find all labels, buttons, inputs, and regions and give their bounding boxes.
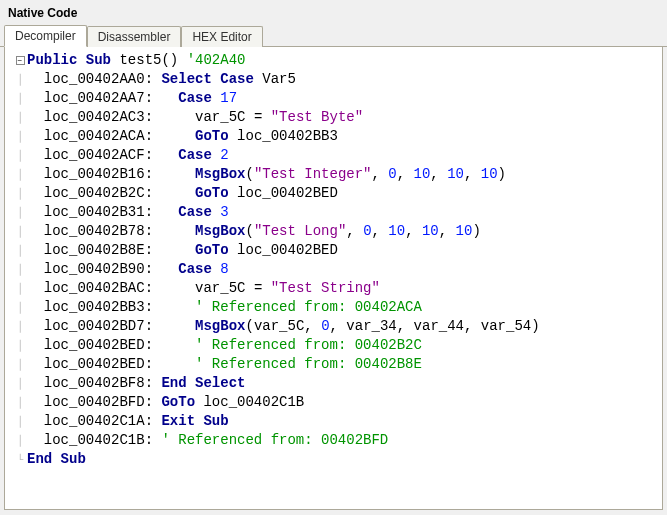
code-line[interactable]: │ loc_00402BFD: GoTo loc_00402C1B	[13, 393, 662, 412]
token-addr: loc_00402AA7:	[44, 90, 153, 106]
code-line[interactable]: │ loc_00402B16: MsgBox("Test Integer", 0…	[13, 165, 662, 184]
tree-bar-icon: │	[13, 89, 27, 108]
tree-bar-icon: │	[13, 374, 27, 393]
code-content: loc_00402BED: ' Referenced from: 00402B2…	[27, 336, 422, 355]
token-addr: loc_00402BB3:	[44, 299, 153, 315]
tab-hex-editor[interactable]: HEX Editor	[181, 26, 262, 47]
token-num: 10	[414, 166, 431, 182]
token-num: 3	[220, 204, 228, 220]
code-line[interactable]: │ loc_00402BF8: End Select	[13, 374, 662, 393]
code-content: loc_00402B2C: GoTo loc_00402BED	[27, 184, 338, 203]
token-kw: GoTo	[161, 394, 195, 410]
code-line[interactable]: │ loc_00402C1A: Exit Sub	[13, 412, 662, 431]
code-content: loc_00402B78: MsgBox("Test Long", 0, 10,…	[27, 222, 481, 241]
token-kw: Exit Sub	[161, 413, 228, 429]
code-content: loc_00402B16: MsgBox("Test Integer", 0, …	[27, 165, 506, 184]
tree-bar-icon: │	[13, 241, 27, 260]
token-kw: Case	[178, 147, 212, 163]
token-cmt: ' Referenced from: 00402BFD	[161, 432, 388, 448]
panel-title: Native Code	[0, 0, 667, 24]
code-line[interactable]: └End Sub	[13, 450, 662, 469]
code-line[interactable]: │ loc_00402B8E: GoTo loc_00402BED	[13, 241, 662, 260]
code-content: Public Sub test5() '402A40	[27, 51, 245, 70]
code-content: loc_00402BF8: End Select	[27, 374, 245, 393]
token-num: 0	[363, 223, 371, 239]
token-num: 10	[456, 223, 473, 239]
token-kw: MsgBox	[195, 318, 245, 334]
token-id: test5	[119, 52, 161, 68]
tab-strip: DecompilerDisassemblerHEX Editor	[0, 24, 667, 47]
code-line[interactable]: │ loc_00402ACF: Case 2	[13, 146, 662, 165]
tree-bar-icon: │	[13, 70, 27, 89]
token-punct: ,	[397, 318, 414, 334]
token-punct: )	[498, 166, 506, 182]
token-punct: ,	[405, 223, 422, 239]
code-line[interactable]: │ loc_00402BED: ' Referenced from: 00402…	[13, 355, 662, 374]
token-addr: loc_00402BF8:	[44, 375, 153, 391]
token-id: loc_00402C1B	[203, 394, 304, 410]
tab-decompiler[interactable]: Decompiler	[4, 25, 87, 47]
token-num: 10	[422, 223, 439, 239]
token-kw: GoTo	[195, 242, 229, 258]
token-addr: loc_00402C1B:	[44, 432, 153, 448]
token-num: 0	[388, 166, 396, 182]
code-content: loc_00402AC3: var_5C = "Test Byte"	[27, 108, 363, 127]
collapse-icon[interactable]: −	[13, 56, 27, 65]
code-line[interactable]: │ loc_00402C1B: ' Referenced from: 00402…	[13, 431, 662, 450]
token-cmt: ' Referenced from: 00402B2C	[195, 337, 422, 353]
token-punct: (	[245, 166, 253, 182]
token-cmt: ' Referenced from: 00402B8E	[195, 356, 422, 372]
token-line-cmt: '402A40	[187, 52, 246, 68]
token-kw: Public Sub	[27, 52, 111, 68]
token-kw: GoTo	[195, 128, 229, 144]
token-kw: End Select	[161, 375, 245, 391]
token-kw: MsgBox	[195, 223, 245, 239]
code-content: loc_00402AA0: Select Case Var5	[27, 70, 296, 89]
token-punct: ,	[464, 318, 481, 334]
token-addr: loc_00402AA0:	[44, 71, 153, 87]
token-punct: ,	[372, 166, 389, 182]
token-addr: loc_00402BFD:	[44, 394, 153, 410]
code-line[interactable]: │ loc_00402B78: MsgBox("Test Long", 0, 1…	[13, 222, 662, 241]
token-id: loc_00402BED	[237, 242, 338, 258]
code-line[interactable]: │ loc_00402AA7: Case 17	[13, 89, 662, 108]
token-kw: Select Case	[161, 71, 253, 87]
code-area[interactable]: −Public Sub test5() '402A40│ loc_00402AA…	[4, 47, 663, 510]
token-num: 0	[321, 318, 329, 334]
token-addr: loc_00402B16:	[44, 166, 153, 182]
token-addr: loc_00402AC3:	[44, 109, 153, 125]
code-line[interactable]: │ loc_00402AC3: var_5C = "Test Byte"	[13, 108, 662, 127]
token-addr: loc_00402B8E:	[44, 242, 153, 258]
token-id: var_54	[481, 318, 531, 334]
tree-end-icon: └	[13, 450, 27, 469]
code-line[interactable]: │ loc_00402B2C: GoTo loc_00402BED	[13, 184, 662, 203]
token-id: Var5	[262, 71, 296, 87]
token-addr: loc_00402BED:	[44, 356, 153, 372]
token-addr: loc_00402ACF:	[44, 147, 153, 163]
code-line[interactable]: │ loc_00402BD7: MsgBox(var_5C, 0, var_34…	[13, 317, 662, 336]
token-addr: loc_00402ACA:	[44, 128, 153, 144]
tree-bar-icon: │	[13, 108, 27, 127]
code-line[interactable]: │ loc_00402B90: Case 8	[13, 260, 662, 279]
code-content: loc_00402B8E: GoTo loc_00402BED	[27, 241, 338, 260]
code-line[interactable]: │ loc_00402AA0: Select Case Var5	[13, 70, 662, 89]
token-id: var_34	[346, 318, 396, 334]
code-line[interactable]: │ loc_00402BAC: var_5C = "Test String"	[13, 279, 662, 298]
code-content: loc_00402AA7: Case 17	[27, 89, 237, 108]
token-kw: GoTo	[195, 185, 229, 201]
token-punct: )	[472, 223, 480, 239]
code-line[interactable]: −Public Sub test5() '402A40	[13, 51, 662, 70]
token-punct: ,	[372, 223, 389, 239]
code-line[interactable]: │ loc_00402ACA: GoTo loc_00402BB3	[13, 127, 662, 146]
tree-bar-icon: │	[13, 165, 27, 184]
token-punct: ,	[430, 166, 447, 182]
code-line[interactable]: │ loc_00402BED: ' Referenced from: 00402…	[13, 336, 662, 355]
tab-disassembler[interactable]: Disassembler	[87, 26, 182, 47]
token-num: 8	[220, 261, 228, 277]
code-line[interactable]: │ loc_00402B31: Case 3	[13, 203, 662, 222]
token-kw: Case	[178, 204, 212, 220]
code-content: loc_00402ACF: Case 2	[27, 146, 229, 165]
token-id: var_44	[414, 318, 464, 334]
code-content: loc_00402BFD: GoTo loc_00402C1B	[27, 393, 304, 412]
code-line[interactable]: │ loc_00402BB3: ' Referenced from: 00402…	[13, 298, 662, 317]
